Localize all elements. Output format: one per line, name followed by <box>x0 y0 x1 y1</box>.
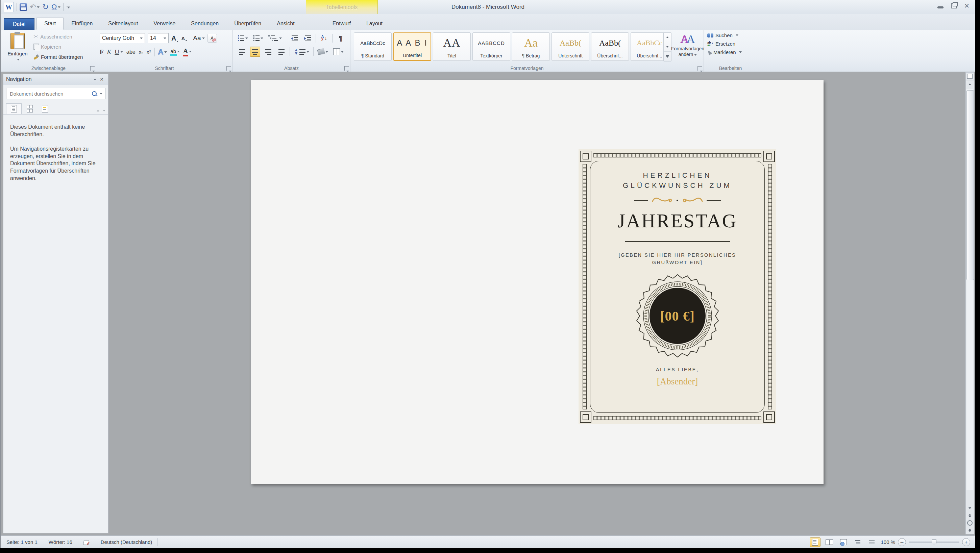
dialog-launcher-icon[interactable] <box>90 66 95 71</box>
grow-font-button[interactable]: A <box>171 35 178 42</box>
style-unterschrift[interactable]: AaBb( Unterschrift <box>552 32 589 61</box>
bold-button[interactable]: F <box>100 48 104 56</box>
document-search-box[interactable] <box>6 88 105 99</box>
style-betrag[interactable]: Aa ¶ Betrag <box>512 32 550 61</box>
web-layout-view-button[interactable] <box>838 537 849 547</box>
highlight-color-button[interactable]: ab <box>170 48 180 56</box>
dialog-launcher-icon[interactable] <box>697 66 702 71</box>
previous-page-icon[interactable] <box>966 512 974 519</box>
styles-scroll-up-icon[interactable] <box>664 33 671 42</box>
tab-sendungen[interactable]: Sendungen <box>183 17 226 30</box>
dialog-launcher-icon[interactable] <box>344 66 349 71</box>
zoom-slider[interactable] <box>909 542 959 543</box>
strikethrough-button[interactable]: abe <box>126 49 135 55</box>
search-options-icon[interactable] <box>99 91 102 97</box>
cut-button[interactable]: ✂ Ausschneiden <box>33 32 83 41</box>
dialog-launcher-icon[interactable] <box>226 66 231 71</box>
style-untertitel[interactable]: A A B I Untertitel <box>393 32 431 61</box>
decrease-indent-button[interactable] <box>289 33 299 43</box>
navigation-options-icon[interactable] <box>91 79 98 80</box>
draft-view-button[interactable] <box>867 537 877 547</box>
select-browse-object-icon[interactable] <box>966 519 974 527</box>
print-layout-view-button[interactable] <box>810 537 821 547</box>
select-button[interactable]: Markieren <box>707 49 742 55</box>
tab-ansicht[interactable]: Ansicht <box>269 17 302 30</box>
zoom-slider-thumb[interactable] <box>932 539 936 545</box>
previous-heading-icon[interactable] <box>97 110 99 111</box>
proofing-status[interactable] <box>78 538 95 546</box>
style-textkoerper[interactable]: AABBCCD Textkörper <box>473 32 510 61</box>
close-icon[interactable]: ✕ <box>964 3 969 9</box>
search-icon[interactable] <box>92 91 97 96</box>
word-count-status[interactable]: Wörter: 16 <box>43 538 78 546</box>
font-size-select[interactable]: 14 <box>148 33 169 43</box>
zoom-level[interactable]: 100 % <box>881 539 895 545</box>
styles-scroll-down-icon[interactable] <box>664 42 671 52</box>
browse-pages-tab[interactable] <box>22 103 37 114</box>
scrollbar-track[interactable] <box>966 89 973 490</box>
fullscreen-reading-view-button[interactable] <box>824 537 835 547</box>
multilevel-list-button[interactable] <box>267 33 283 43</box>
tab-layout[interactable]: Layout <box>358 17 390 30</box>
tab-datei[interactable]: Datei <box>4 18 35 30</box>
outline-view-button[interactable] <box>852 537 863 547</box>
show-paragraph-marks-button[interactable]: ¶ <box>336 33 346 43</box>
replace-button[interactable]: abac Ersetzen <box>707 41 742 47</box>
italic-button[interactable]: K <box>107 48 111 56</box>
amount-badge[interactable]: [00 €] <box>635 273 720 358</box>
next-page-icon[interactable] <box>966 527 974 534</box>
tab-start[interactable]: Start <box>37 17 64 30</box>
card-prompt-placeholder[interactable]: [GEBEN SIE HIER IHR PERSONLICHES GRUßWOR… <box>610 251 745 266</box>
restore-icon[interactable] <box>951 3 957 8</box>
search-input[interactable] <box>9 91 92 97</box>
justify-button[interactable] <box>277 47 286 57</box>
paste-button[interactable]: Einfügen <box>5 32 31 63</box>
align-left-button[interactable] <box>237 47 247 57</box>
navigation-close-icon[interactable]: ✕ <box>98 77 105 82</box>
line-spacing-button[interactable]: ▲▼ <box>293 47 310 57</box>
numbered-list-button[interactable] <box>252 33 264 43</box>
scrollbar-thumb[interactable] <box>966 90 974 280</box>
style-ueberschrift1[interactable]: AaBb( Überschrif... <box>591 32 629 61</box>
tab-seitenlayout[interactable]: Seitenlayout <box>100 17 146 30</box>
shading-button[interactable] <box>317 47 329 57</box>
language-status[interactable]: Deutsch (Deutschland) <box>95 538 158 546</box>
change-styles-button[interactable]: AA Formatvorlagenändern <box>673 32 702 65</box>
next-heading-icon[interactable] <box>103 110 105 111</box>
tab-ueberpruefen[interactable]: Überprüfen <box>226 17 269 30</box>
sort-button[interactable]: AZ ↓ <box>319 33 329 43</box>
tab-verweise[interactable]: Verweise <box>146 17 183 30</box>
text-effects-button[interactable]: A <box>158 48 167 56</box>
zoom-out-icon[interactable]: – <box>898 538 906 546</box>
font-color-button[interactable]: A <box>183 47 192 56</box>
minimize-icon[interactable] <box>937 6 943 8</box>
document-page[interactable]: HERZLICHEN GLÜCKWUNSCH ZUM JAHRESTAG [GE… <box>251 80 824 484</box>
sender-placeholder[interactable]: [Absender] <box>657 376 698 387</box>
ruler-toggle-icon[interactable] <box>966 73 974 80</box>
tab-einfuegen[interactable]: Einfügen <box>64 17 100 30</box>
increase-indent-button[interactable] <box>302 33 313 43</box>
amount-placeholder[interactable]: [00 €] <box>635 273 720 358</box>
tab-entwurf[interactable]: Entwurf <box>325 17 358 30</box>
vertical-scrollbar[interactable] <box>966 72 974 534</box>
font-family-select[interactable]: Century Goth <box>100 33 145 43</box>
style-standard[interactable]: AaBbCcDc ¶ Standard <box>354 32 392 61</box>
page-count-status[interactable]: Seite: 1 von 1 <box>1 538 43 546</box>
greeting-card[interactable]: HERZLICHEN GLÜCKWUNSCH ZUM JAHRESTAG [GE… <box>579 149 776 424</box>
align-right-button[interactable] <box>263 47 274 57</box>
shrink-font-button[interactable]: A <box>181 35 187 41</box>
subscript-button[interactable]: x₂ <box>139 49 143 55</box>
clear-formatting-button[interactable]: A <box>207 34 217 43</box>
browse-results-tab[interactable] <box>37 103 53 114</box>
scroll-up-icon[interactable] <box>966 80 974 88</box>
borders-button[interactable] <box>332 47 345 57</box>
browse-headings-tab[interactable] <box>6 103 22 114</box>
style-ueberschrift2[interactable]: AaBbCc Überschrif... <box>631 32 668 61</box>
find-button[interactable]: Suchen <box>707 32 742 38</box>
format-painter-button[interactable]: Format übertragen <box>33 53 83 61</box>
align-center-button[interactable] <box>250 47 260 57</box>
styles-gallery-expand-icon[interactable] <box>664 52 671 61</box>
underline-button[interactable]: U <box>115 48 123 56</box>
copy-button[interactable]: Kopieren <box>33 43 83 51</box>
change-case-button[interactable]: Aa <box>193 35 204 42</box>
